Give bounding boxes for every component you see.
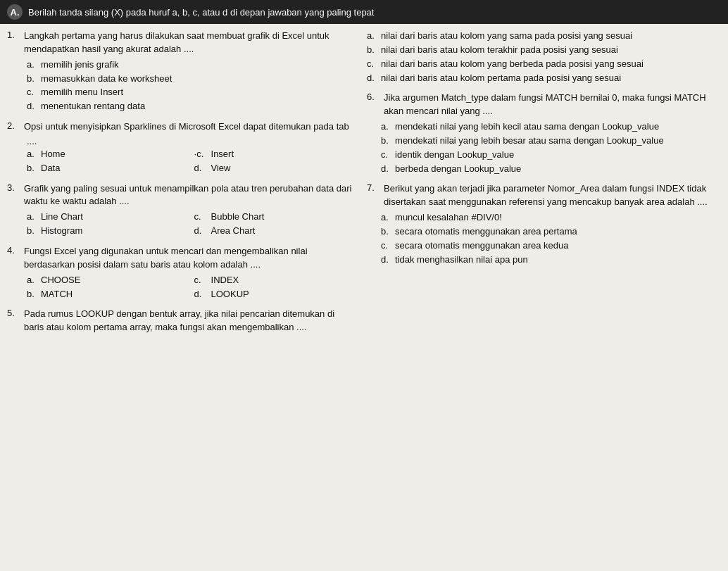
q6-option-a: a. mendekati nilai yang lebih kecil atau…	[381, 120, 721, 134]
q4-opt-a-text: CHOOSE	[41, 274, 189, 287]
q3-opt-b-label: b.	[27, 225, 38, 238]
q5-opt-c-text: nilai dari baris atau kolom yang berbeda…	[381, 58, 721, 71]
q5-option-d: d. nilai dari baris atau kolom pertama p…	[367, 72, 721, 85]
q5-option-c: c. nilai dari baris atau kolom yang berb…	[367, 58, 721, 71]
q1-text: Langkah pertama yang harus dilakukan saa…	[24, 30, 356, 56]
question-4: 4. Fungsi Excel yang digunakan untuk men…	[7, 245, 356, 301]
q4-option-b: b. MATCH	[27, 288, 189, 301]
q6-opt-a-label: a.	[381, 120, 392, 134]
q7-option-d: d. tidak menghasilkan nilai apa pun	[381, 253, 721, 267]
label-a: A.	[7, 4, 23, 20]
q3-opt-d-label: d.	[194, 225, 208, 238]
q6-text: Jika argumen Match_type dalam fungsi MAT…	[384, 92, 721, 118]
q2-option-a: a. Home	[27, 148, 189, 161]
q7-opt-d-label: d.	[381, 253, 392, 267]
q1-opt-c-text: memilih menu Insert	[41, 86, 356, 99]
question-7: 7. Berikut yang akan terjadi jika parame…	[367, 182, 721, 266]
q2-opt-b-label: b.	[27, 162, 38, 175]
q4-opt-d-label: d.	[194, 288, 208, 301]
q1-opt-a-text: memilih jenis grafik	[41, 58, 356, 72]
q2-text: Opsi untuk menyisipkan Sparklines di Mic…	[24, 120, 356, 134]
q3-text: Grafik yang paling sesuai untuk menampil…	[24, 182, 356, 209]
q4-option-c: c. INDEX	[194, 274, 356, 287]
q5-text: Pada rumus LOOKUP dengan bentuk array, j…	[24, 308, 356, 334]
q7-opt-a-text: muncul kesalahan #DIV/0!	[395, 211, 721, 225]
q3-opt-c-text: Bubble Chart	[211, 211, 356, 224]
q1-option-d: d. menentukan rentang data	[27, 100, 356, 113]
q1-num: 1.	[7, 30, 21, 56]
q7-opt-a-label: a.	[381, 211, 392, 225]
q4-opt-a-label: a.	[27, 274, 38, 287]
right-column: a. nilai dari baris atau kolom yang sama…	[363, 30, 721, 341]
q2-opt-a-text: Home	[41, 148, 189, 161]
q6-opt-a-text: mendekati nilai yang lebih kecil atau sa…	[395, 120, 721, 134]
q5-opt-d-text: nilai dari baris atau kolom pertama pada…	[381, 72, 721, 85]
q1-opt-a-label: a.	[27, 58, 38, 72]
q7-num: 7.	[367, 182, 381, 209]
question-5: 5. Pada rumus LOOKUP dengan bentuk array…	[7, 308, 356, 334]
q6-opt-d-label: d.	[381, 163, 392, 176]
q6-option-c: c. identik dengan Lookup_value	[381, 149, 721, 162]
q3-option-d: d. Area Chart	[194, 225, 356, 238]
q2-option-d: d. View	[194, 162, 356, 175]
q2-opt-b-text: Data	[41, 162, 189, 175]
question-2: 2. Opsi untuk menyisipkan Sparklines di …	[7, 120, 356, 175]
q4-option-d: d. LOOKUP	[194, 288, 356, 301]
q5-answers: a. nilai dari baris atau kolom yang sama…	[367, 30, 721, 84]
q2-option-b: b. Data	[27, 162, 189, 175]
q4-opt-d-text: LOOKUP	[211, 288, 356, 301]
q1-opt-c-label: c.	[27, 86, 38, 99]
question-1: 1. Langkah pertama yang harus dilakukan …	[7, 30, 356, 113]
q7-text: Berikut yang akan terjadi jika parameter…	[384, 182, 721, 209]
q7-opt-b-text: secara otomatis menggunakan area pertama	[395, 225, 721, 239]
q2-opt-c-label: ·c.	[194, 148, 208, 161]
q5-opt-a-text: nilai dari baris atau kolom yang sama pa…	[381, 30, 721, 43]
q1-opt-b-label: b.	[27, 73, 38, 86]
q7-option-a: a. muncul kesalahan #DIV/0!	[381, 211, 721, 225]
q1-option-c: c. memilih menu Insert	[27, 86, 356, 99]
q6-opt-c-label: c.	[381, 149, 392, 162]
q4-num: 4.	[7, 245, 21, 272]
q1-opt-b-text: memasukkan data ke worksheet	[41, 73, 356, 86]
question-3: 3. Grafik yang paling sesuai untuk menam…	[7, 182, 356, 238]
q4-opt-c-label: c.	[194, 274, 208, 287]
q2-ellipsis: ....	[7, 136, 356, 146]
header-text: Berilah tanda silang (X) pada huruf a, b…	[28, 7, 374, 18]
page: A. Berilah tanda silang (X) pada huruf a…	[0, 0, 728, 571]
q1-opt-d-text: menentukan rentang data	[41, 100, 356, 113]
q7-opt-c-text: secara otomatis menggunakan area kedua	[395, 239, 721, 253]
q3-opt-a-text: Line Chart	[41, 211, 189, 224]
q3-opt-d-text: Area Chart	[211, 225, 356, 238]
q3-opt-a-label: a.	[27, 211, 38, 224]
q7-option-c: c. secara otomatis menggunakan area kedu…	[381, 239, 721, 253]
q4-opt-b-label: b.	[27, 288, 38, 301]
q6-opt-b-text: mendekati nilai yang lebih besar atau sa…	[395, 134, 721, 148]
header-bar: A. Berilah tanda silang (X) pada huruf a…	[0, 0, 728, 24]
q1-opt-d-label: d.	[27, 100, 38, 113]
q5-option-b: b. nilai dari baris atau kolom terakhir …	[367, 44, 721, 57]
q3-opt-b-text: Histogram	[41, 225, 189, 238]
q5-opt-a-label: a.	[367, 30, 378, 43]
q1-option-b: b. memasukkan data ke worksheet	[27, 73, 356, 86]
q4-opt-b-text: MATCH	[41, 288, 189, 301]
q3-option-a: a. Line Chart	[27, 211, 189, 224]
q3-option-b: b. Histogram	[27, 225, 189, 238]
q6-opt-d-text: berbeda dengan Lookup_value	[395, 163, 721, 176]
q6-opt-b-label: b.	[381, 134, 392, 148]
q5-opt-d-label: d.	[367, 72, 378, 85]
question-6: 6. Jika argumen Match_type dalam fungsi …	[367, 92, 721, 175]
q4-text: Fungsi Excel yang digunakan untuk mencar…	[24, 245, 356, 272]
left-column: 1. Langkah pertama yang harus dilakukan …	[7, 30, 363, 341]
q5-opt-b-text: nilai dari baris atau kolom terakhir pad…	[381, 44, 721, 57]
q6-option-d: d. berbeda dengan Lookup_value	[381, 163, 721, 176]
q7-opt-c-label: c.	[381, 239, 392, 253]
q5-option-a: a. nilai dari baris atau kolom yang sama…	[367, 30, 721, 43]
q4-opt-c-text: INDEX	[211, 274, 356, 287]
q5-num: 5.	[7, 308, 21, 334]
q5-opt-b-label: b.	[367, 44, 378, 57]
q5-opt-c-label: c.	[367, 58, 378, 71]
q4-option-a: a. CHOOSE	[27, 274, 189, 287]
q3-num: 3.	[7, 182, 21, 209]
q6-option-b: b. mendekati nilai yang lebih besar atau…	[381, 134, 721, 148]
q6-opt-c-text: identik dengan Lookup_value	[395, 149, 721, 162]
